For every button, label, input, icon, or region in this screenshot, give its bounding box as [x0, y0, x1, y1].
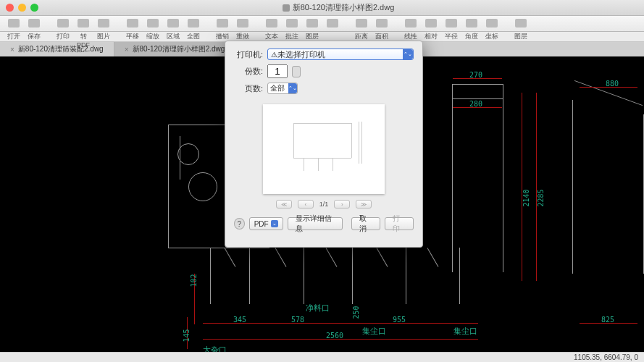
tool-icon: [217, 19, 228, 28]
tool-icon: [405, 19, 417, 28]
toolbar-label: 打开: [4, 32, 23, 41]
help-button[interactable]: ?: [234, 218, 245, 230]
print-button[interactable]: 打印: [385, 217, 414, 230]
first-page-button[interactable]: ≪: [276, 200, 292, 209]
tool-icon: [78, 19, 89, 28]
show-details-button[interactable]: 显示详细信息: [288, 217, 343, 230]
cancel-button[interactable]: 取消: [351, 217, 380, 230]
document-tab[interactable]: ×新80-120清理筛装配2.dwg: [0, 42, 114, 56]
toolbar-button[interactable]: [401, 17, 420, 30]
close-tab-icon[interactable]: ×: [10, 46, 14, 54]
close-window-button[interactable]: [6, 4, 14, 12]
dimension-label: 825: [601, 316, 614, 324]
preview-pager: ≪ ‹ 1/1 › ≫: [234, 200, 414, 209]
dimension-label: 280: [469, 100, 482, 108]
toolbar-button[interactable]: [303, 17, 322, 30]
dimension-label: 955: [393, 316, 406, 324]
toolbar-label: 全图: [184, 32, 203, 41]
toolbar-button[interactable]: [372, 17, 391, 30]
printer-select[interactable]: ⚠ 未选择打印机 ⌃⌄: [267, 49, 414, 60]
tool-icon: [286, 19, 298, 28]
toolbar-button[interactable]: [462, 17, 481, 30]
dimension-label: 270: [469, 71, 482, 79]
toolbar-label: 打印: [54, 32, 72, 41]
toolbar-button[interactable]: [184, 17, 203, 30]
chevron-down-icon: ⌄: [271, 220, 278, 227]
last-page-button[interactable]: ≫: [356, 200, 372, 209]
pdf-dropdown-button[interactable]: PDF ⌄: [249, 217, 283, 230]
tool-icon: [306, 19, 318, 28]
traffic-lights: [6, 4, 38, 12]
toolbar-label: 角度: [462, 32, 481, 41]
window-title: 新80-120清理筛小样图2.dwg: [38, 2, 638, 13]
tool-icon: [167, 19, 179, 28]
toolbar-button[interactable]: [74, 17, 93, 30]
minimize-window-button[interactable]: [18, 4, 26, 12]
toolbar-button[interactable]: [352, 17, 371, 30]
copies-input[interactable]: [267, 64, 288, 78]
tool-icon: [425, 19, 437, 28]
document-tab[interactable]: ×新80-120清理筛小样图2.dwg: [114, 42, 236, 56]
toolbar-label: 平移: [123, 32, 142, 41]
toolbar-button[interactable]: [233, 17, 252, 30]
cad-label: 集尘口: [362, 326, 386, 337]
tool-icon: [376, 19, 388, 28]
close-tab-icon[interactable]: ×: [125, 46, 129, 54]
toolbar-button[interactable]: [323, 17, 342, 30]
toolbar-button[interactable]: [422, 17, 440, 30]
dimension-label: 345: [233, 316, 246, 324]
toolbar-label: 图片: [94, 32, 113, 41]
toolbar-button[interactable]: [262, 17, 281, 30]
copies-label: 份数:: [234, 66, 263, 77]
warning-icon: ⚠: [271, 51, 277, 59]
dimension-label: 102: [190, 274, 198, 287]
tool-icon: [188, 19, 199, 28]
toolbar-button[interactable]: [143, 17, 162, 30]
tool-icon: [446, 19, 457, 28]
tool-icon: [515, 19, 527, 28]
toolbar-button[interactable]: [283, 17, 301, 30]
toolbar-button[interactable]: [94, 17, 113, 30]
dimension-label: 2560: [326, 332, 343, 340]
page-indicator: 1/1: [319, 201, 329, 208]
toolbar-button[interactable]: [511, 17, 530, 30]
toolbar-button[interactable]: [164, 17, 183, 30]
toolbar-button[interactable]: [25, 17, 43, 30]
chevron-updown-icon: ⌃⌄: [288, 83, 297, 93]
dimension-label: 578: [291, 316, 304, 324]
cad-label: 集尘口: [453, 326, 477, 337]
chevron-updown-icon: ⌃⌄: [403, 49, 413, 59]
printer-label: 打印机:: [234, 49, 263, 60]
toolbar-label: 图层: [511, 32, 530, 41]
tool-icon: [486, 19, 498, 28]
window-titlebar: 新80-120清理筛小样图2.dwg: [0, 0, 644, 16]
dimension-label: 2285: [537, 189, 545, 206]
next-page-button[interactable]: ›: [334, 200, 350, 209]
toolbar-button[interactable]: [123, 17, 142, 30]
tool-icon: [237, 19, 248, 28]
prev-page-button[interactable]: ‹: [298, 200, 314, 209]
cad-label: 大杂口: [203, 345, 227, 352]
dimension-label: 880: [606, 80, 619, 88]
print-preview: [263, 104, 385, 194]
dimension-label: 145: [183, 329, 191, 342]
toolbar-label: 相对: [422, 32, 440, 41]
tool-icon: [57, 19, 69, 28]
document-icon: [283, 4, 290, 12]
tool-icon: [266, 19, 277, 28]
pages-select[interactable]: 全部 ⌃⌄: [267, 83, 298, 94]
toolbar-button[interactable]: [54, 17, 72, 30]
main-toolbar: [0, 16, 644, 32]
zoom-window-button[interactable]: [30, 4, 38, 12]
print-dialog: 打印机: ⚠ 未选择打印机 ⌃⌄ 份数: 页数: 全部 ⌃⌄: [225, 41, 423, 248]
tool-icon: [356, 19, 367, 28]
toolbar-button[interactable]: [442, 17, 461, 30]
cad-label: 净料口: [306, 303, 330, 313]
toolbar-button[interactable]: [482, 17, 501, 30]
toolbar-label: 半径: [442, 32, 461, 41]
copies-stepper[interactable]: [292, 66, 301, 77]
toolbar-button[interactable]: [4, 17, 23, 30]
toolbar-button[interactable]: [213, 17, 232, 30]
tool-icon: [147, 19, 159, 28]
dimension-label: 250: [352, 306, 360, 319]
